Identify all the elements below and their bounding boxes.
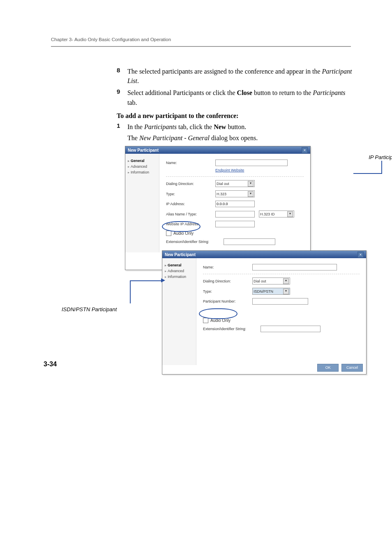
chevron-down-icon: ▾ bbox=[248, 191, 254, 197]
close-icon[interactable]: × bbox=[357, 252, 364, 258]
step-1-bold: New bbox=[214, 123, 226, 130]
type-select[interactable]: H.323▾ bbox=[215, 190, 255, 197]
step-9-text-it: Participants bbox=[313, 89, 345, 96]
audio-only-label: Audio Only bbox=[210, 318, 231, 323]
chevron-down-icon: ▾ bbox=[283, 289, 289, 294]
step-9-text-c: tab. bbox=[127, 99, 137, 106]
dialing-direction-select[interactable]: Dial out▾ bbox=[252, 278, 290, 284]
step-1-para-a: The bbox=[127, 134, 139, 141]
dialing-direction-label: Dialing Direction: bbox=[166, 182, 215, 186]
name-label: Name: bbox=[203, 265, 252, 269]
name-label: Name: bbox=[166, 161, 215, 165]
isdn-participant-callout: ISDN/PSTN Participant bbox=[62, 306, 117, 312]
sidebar-item-general[interactable]: General bbox=[126, 158, 158, 164]
extension-label: Extension/Identifier String: bbox=[203, 327, 261, 331]
step-9-text-b: button to return to the bbox=[252, 89, 313, 96]
step-8-text-b: . bbox=[137, 77, 139, 84]
participant-number-label: Participant Number: bbox=[203, 299, 252, 303]
ip-address-label: IP Address: bbox=[166, 202, 215, 206]
step-8-text: The selected participants are assigned t… bbox=[127, 67, 355, 86]
chevron-down-icon: ▾ bbox=[287, 211, 293, 217]
step-1-a: In the bbox=[127, 123, 144, 130]
alias-name-input[interactable] bbox=[215, 211, 255, 217]
dialing-direction-label: Dialing Direction: bbox=[203, 279, 252, 283]
sidebar-item-advanced[interactable]: Advanced bbox=[163, 268, 195, 274]
extension-input[interactable] bbox=[224, 238, 275, 245]
dialog-title: New Participant bbox=[128, 148, 159, 153]
extension-label: Extension/Identifier String: bbox=[166, 240, 224, 244]
ok-button[interactable]: OK bbox=[317, 364, 339, 372]
dialing-direction-value: Dial out bbox=[217, 182, 229, 186]
sidebar-item-advanced[interactable]: Advanced bbox=[126, 164, 158, 169]
step-1-c: button. bbox=[226, 123, 246, 130]
sidebar-item-information[interactable]: Information bbox=[163, 274, 195, 280]
step-8-text-a: The selected participants are assigned t… bbox=[127, 68, 322, 75]
ip-callout-arm-v bbox=[381, 161, 382, 174]
header-rule bbox=[51, 46, 351, 47]
dialing-direction-value: Dial out bbox=[254, 279, 266, 283]
type-value: ISDN/PSTN bbox=[254, 289, 273, 294]
alias-type-select[interactable]: H.323 ID▾ bbox=[259, 210, 294, 217]
type-label: Type: bbox=[203, 289, 252, 294]
alias-label: Alias Name / Type: bbox=[166, 212, 215, 216]
step-9-number: 9 bbox=[117, 88, 127, 95]
step-8-number: 8 bbox=[117, 67, 127, 74]
dialing-direction-select[interactable]: Dial out▾ bbox=[215, 180, 255, 187]
isdn-callout-arrowhead-icon bbox=[161, 278, 165, 282]
website-ip-input[interactable] bbox=[215, 221, 255, 227]
new-participant-dialog-isdn: New Participant × General Advanced Infor… bbox=[162, 250, 367, 375]
running-header: Chapter 3- Audio Only Basic Configuratio… bbox=[51, 37, 351, 42]
step-1-para-it: New Participant - General bbox=[139, 134, 210, 141]
step-9-text: Select additional Participants or click … bbox=[127, 88, 355, 107]
sidebar-item-general[interactable]: General bbox=[163, 262, 195, 268]
name-input[interactable] bbox=[215, 160, 288, 166]
step-9-text-bold: Close bbox=[237, 89, 252, 96]
step-1-it1: Participants bbox=[144, 123, 177, 130]
audio-only-label: Audio Only bbox=[173, 231, 194, 236]
name-input[interactable] bbox=[252, 264, 337, 271]
page-number: 3-34 bbox=[44, 361, 57, 368]
website-ip-label: Website IP Address: bbox=[166, 222, 215, 226]
step-1-number: 1 bbox=[117, 122, 127, 129]
audio-only-checkbox[interactable] bbox=[203, 318, 208, 323]
audio-only-checkbox[interactable] bbox=[166, 231, 171, 236]
ip-callout-arm-h bbox=[353, 173, 382, 174]
sidebar-item-information[interactable]: Information bbox=[126, 169, 158, 175]
isdn-callout-arm-v bbox=[130, 280, 131, 303]
endpoint-website-link[interactable]: Endpoint Website bbox=[215, 168, 244, 172]
participant-number-input[interactable] bbox=[252, 298, 308, 305]
step-1-para-b: dialog box opens. bbox=[210, 134, 258, 141]
type-value: H.323 bbox=[217, 192, 226, 196]
cancel-button[interactable]: Cancel bbox=[341, 364, 363, 372]
type-select[interactable]: ISDN/PSTN▾ bbox=[252, 288, 290, 295]
alias-type-value: H.323 ID bbox=[260, 212, 275, 216]
chevron-down-icon: ▾ bbox=[248, 181, 254, 187]
extension-input[interactable] bbox=[261, 326, 321, 332]
subheading: To add a new participant to the conferen… bbox=[117, 112, 355, 120]
step-9-text-a: Select additional Participants or click … bbox=[127, 89, 237, 96]
dialog-title: New Participant bbox=[165, 252, 196, 257]
ip-participant-callout: IP Participant bbox=[369, 154, 392, 160]
ip-address-input[interactable] bbox=[215, 201, 255, 207]
type-label: Type: bbox=[166, 192, 215, 196]
close-icon[interactable]: × bbox=[302, 147, 308, 153]
step-1-text: In the Participants tab, click the New b… bbox=[127, 122, 355, 143]
step-1-b: tab, click the bbox=[177, 123, 214, 130]
chevron-down-icon: ▾ bbox=[283, 278, 289, 284]
isdn-callout-arm-h bbox=[130, 280, 162, 281]
